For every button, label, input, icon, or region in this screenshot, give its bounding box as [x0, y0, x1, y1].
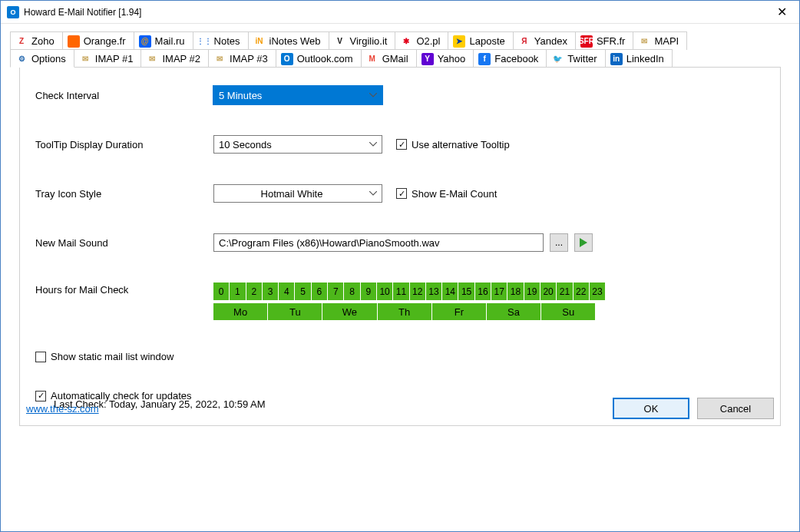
input-sound-path[interactable] [213, 233, 544, 252]
tab-imap-1[interactable]: ✉IMAP #1 [74, 49, 142, 68]
checkbox-label: Use alternative Tooltip [412, 139, 510, 150]
twitter-icon: 🐦 [551, 53, 564, 65]
tab-sfr-fr[interactable]: SFRSFR.fr [575, 31, 634, 50]
tab-label: Facebook [494, 53, 538, 64]
day-cell-we[interactable]: We [322, 303, 376, 320]
facebook-icon: f [478, 53, 491, 65]
checkbox-label: Show E-Mail Count [412, 188, 497, 200]
hour-cell-6[interactable]: 6 [312, 283, 327, 300]
ok-button[interactable]: OK [613, 398, 689, 419]
hour-cell-13[interactable]: 13 [426, 283, 441, 300]
label-tooltip-duration: ToolTip Display Duration [35, 139, 213, 150]
hour-cell-21[interactable]: 21 [557, 283, 572, 300]
tab-mapi[interactable]: ✉MAPI [633, 31, 687, 50]
day-cell-mo[interactable]: Mo [213, 303, 267, 320]
hour-cell-18[interactable]: 18 [507, 283, 523, 300]
checkbox-alt-tooltip[interactable]: ✓ Use alternative Tooltip [396, 139, 510, 150]
hour-cell-8[interactable]: 8 [344, 283, 359, 300]
tab-zoho[interactable]: ZZoho [10, 31, 63, 50]
tab-facebook[interactable]: fFacebook [473, 49, 547, 68]
hour-cell-19[interactable]: 19 [524, 283, 540, 300]
gmail-icon: M [366, 53, 379, 65]
app-window: O Howard E-Mail Notifier [1.94] ✕ ZZohoO… [0, 0, 800, 532]
select-check-interval[interactable]: 5 Minutes [213, 86, 382, 104]
hours-block: 01234567891011121314151617181920212223 M… [213, 283, 605, 320]
tab-laposte[interactable]: ➤Laposte [448, 31, 513, 50]
day-cell-sa[interactable]: Sa [487, 303, 540, 320]
hour-cell-3[interactable]: 3 [263, 283, 278, 300]
hour-cell-11[interactable]: 11 [393, 283, 408, 300]
linkedin-icon: in [610, 53, 623, 65]
tab-mail-ru[interactable]: @Mail.ru [134, 31, 193, 50]
hour-cell-17[interactable]: 17 [491, 283, 507, 300]
label-sound: New Mail Sound [35, 237, 213, 249]
check-icon: ✓ [396, 139, 407, 150]
tab-yahoo[interactable]: YYahoo [416, 49, 474, 68]
tab-o2-pl[interactable]: ✱O2.pl [395, 31, 448, 50]
titlebar: O Howard E-Mail Notifier [1.94] ✕ [1, 1, 799, 24]
browse-button[interactable]: ... [550, 233, 568, 252]
tab-notes[interactable]: ⋮⋮Notes [193, 31, 249, 50]
imap-3-icon: ✉ [213, 53, 226, 65]
hour-cell-9[interactable]: 9 [361, 283, 376, 300]
hour-cell-12[interactable]: 12 [410, 283, 425, 300]
checkbox-show-count[interactable]: ✓ Show E-Mail Count [396, 188, 497, 200]
tab-inotes-web[interactable]: iNiNotes Web [248, 31, 329, 50]
tab-linkedin[interactable]: inLinkedIn [605, 49, 673, 68]
svg-marker-0 [580, 238, 587, 247]
tab-options[interactable]: ⚙Options [10, 49, 74, 68]
tab-label: Twitter [567, 53, 597, 64]
play-button[interactable] [574, 233, 593, 252]
tab-label: Outlook.com [297, 53, 353, 64]
o2-pl-icon: ✱ [400, 35, 412, 48]
yahoo-icon: Y [421, 53, 434, 65]
day-cell-tu[interactable]: Tu [268, 303, 322, 320]
tab-gmail[interactable]: MGMail [361, 49, 417, 68]
day-cell-su[interactable]: Su [541, 303, 595, 320]
tab-imap-2[interactable]: ✉IMAP #2 [140, 49, 209, 68]
tab-outlook-com[interactable]: OOutlook.com [276, 49, 362, 68]
select-tooltip-duration[interactable]: 10 Seconds [213, 135, 382, 154]
row-hours: Hours for Mail Check 0123456789101112131… [35, 283, 765, 320]
hour-cell-7[interactable]: 7 [328, 283, 343, 300]
hour-cell-5[interactable]: 5 [295, 283, 310, 300]
hour-cell-2[interactable]: 2 [246, 283, 262, 300]
day-cell-fr[interactable]: Fr [432, 303, 486, 320]
hours-row: 01234567891011121314151617181920212223 [213, 283, 605, 300]
mail-ru-icon: @ [139, 35, 151, 48]
label-hours: Hours for Mail Check [35, 283, 213, 296]
label-tray-icon: Tray Icon Style [35, 188, 213, 200]
hour-cell-0[interactable]: 0 [213, 283, 229, 300]
hour-cell-23[interactable]: 23 [590, 283, 605, 300]
tab-virgilio-it[interactable]: VVirgilio.it [329, 31, 396, 50]
day-cell-th[interactable]: Th [378, 303, 431, 320]
hour-cell-22[interactable]: 22 [574, 283, 589, 300]
website-link[interactable]: www.the-sz.com [26, 403, 99, 415]
row-tray-icon: Tray Icon Style Hotmail White ✓ Show E-M… [35, 184, 765, 203]
play-icon [580, 238, 587, 247]
tab-label: Zoho [31, 35, 55, 47]
hour-cell-15[interactable]: 15 [458, 283, 474, 300]
hour-cell-10[interactable]: 10 [377, 283, 392, 300]
select-tray-icon[interactable]: Hotmail White [213, 184, 382, 203]
hour-cell-1[interactable]: 1 [230, 283, 245, 300]
hour-cell-14[interactable]: 14 [442, 283, 458, 300]
tab-label: Options [31, 53, 66, 64]
hour-cell-4[interactable]: 4 [279, 283, 294, 300]
row-check-interval: Check Interval 5 Minutes [35, 86, 765, 104]
hour-cell-20[interactable]: 20 [540, 283, 556, 300]
tab-label: Yandex [534, 35, 567, 47]
checkbox-static-list[interactable]: Show static mail list window [35, 351, 765, 362]
yandex-icon: Я [518, 35, 531, 48]
tab-imap-3[interactable]: ✉IMAP #3 [208, 49, 276, 68]
cancel-button[interactable]: Cancel [697, 398, 774, 419]
tab-yandex[interactable]: ЯYandex [513, 31, 576, 50]
tab-orange-fr[interactable]: Orange.fr [62, 31, 134, 50]
tab-label: Mail.ru [155, 35, 185, 47]
row-tooltip-duration: ToolTip Display Duration 10 Seconds ✓ Us… [35, 135, 765, 154]
tab-label: LinkedIn [626, 53, 664, 64]
tab-twitter[interactable]: 🐦Twitter [546, 49, 605, 68]
hour-cell-16[interactable]: 16 [475, 283, 491, 300]
close-button[interactable]: ✕ [764, 1, 799, 24]
footer: www.the-sz.com OK Cancel [26, 398, 774, 419]
